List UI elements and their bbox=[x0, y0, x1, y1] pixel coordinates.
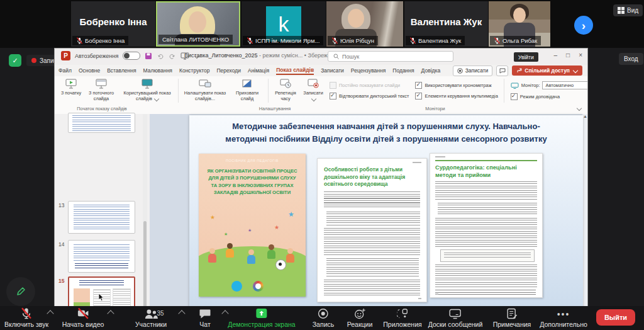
search-input[interactable]: Пошук bbox=[328, 51, 453, 62]
share-button[interactable]: Спільний доступ bbox=[512, 65, 582, 76]
mouse-cursor bbox=[98, 293, 105, 302]
participant-tile[interactable]: Валентина Жук Валентина Жук bbox=[404, 1, 488, 47]
current-slide[interactable]: Методичне забезпечення навчання дітей з … bbox=[189, 115, 583, 330]
participant-tile[interactable]: Бобренко Інна Бобренко Інна bbox=[71, 1, 155, 47]
autosave-toggle[interactable] bbox=[123, 52, 140, 60]
close-button[interactable]: × bbox=[579, 52, 582, 59]
participant-tile[interactable]: k ІСПП ім. Миколи Ярм... bbox=[242, 1, 326, 47]
save-icon[interactable] bbox=[145, 52, 152, 60]
ppt-titlebar: P Автозбереження Виставка_Литовченко_202… bbox=[55, 48, 587, 65]
thumbnail-scrollbar[interactable] bbox=[143, 114, 147, 330]
tab-animations[interactable]: Анімація bbox=[248, 67, 269, 74]
slide-thumbnail[interactable] bbox=[68, 201, 135, 234]
next-participants-button[interactable]: › bbox=[574, 16, 593, 35]
record-button[interactable]: Записати bbox=[453, 65, 493, 76]
reactions-button[interactable]: Реакции bbox=[347, 308, 373, 328]
notes-button[interactable]: Примечания bbox=[493, 308, 531, 328]
tab-draw[interactable]: Малювання bbox=[143, 67, 172, 74]
participants-options-chevron[interactable] bbox=[178, 310, 185, 317]
tab-help[interactable]: Довідка bbox=[421, 67, 441, 74]
apps-icon bbox=[397, 308, 408, 319]
office-signin-button[interactable]: Увійти bbox=[514, 52, 538, 62]
group-label: Початок показу слайдів bbox=[55, 106, 149, 111]
tab-record[interactable]: Записати bbox=[321, 67, 344, 74]
tab-transitions[interactable]: Переходи bbox=[216, 67, 241, 74]
leave-meeting-button[interactable]: Выйти bbox=[596, 309, 635, 326]
signin-button[interactable]: Вход bbox=[619, 53, 643, 65]
participant-tile-active-speaker[interactable]: Світлана ЛИТОВЧЕНКО bbox=[156, 1, 240, 47]
star-decor: ★ bbox=[248, 228, 252, 233]
rehearse-timings-button[interactable]: Репетиція часу bbox=[271, 77, 300, 104]
tab-view[interactable]: Подання bbox=[392, 67, 414, 74]
annotate-button[interactable] bbox=[6, 277, 35, 306]
video-options-chevron[interactable] bbox=[107, 310, 114, 317]
chat-button[interactable]: Чат bbox=[199, 308, 211, 328]
star-decor: ★ bbox=[224, 232, 228, 237]
mic-muted-icon bbox=[20, 307, 33, 319]
whiteboards-button[interactable]: Доски сообщений bbox=[428, 308, 483, 328]
tab-slideshow-active[interactable]: Показ слайдів bbox=[276, 67, 314, 75]
zoom-meeting-window: Бобренко Інна Бобренко Інна Світлана ЛИТ… bbox=[0, 0, 644, 330]
start-video-button[interactable]: Начать видео bbox=[62, 308, 104, 328]
unmute-button[interactable]: Включить звук bbox=[4, 308, 48, 328]
page-text bbox=[438, 203, 537, 215]
use-timings-checkbox[interactable]: Використовувати хронометраж bbox=[415, 82, 497, 89]
record-meeting-button[interactable]: Запись bbox=[313, 308, 334, 328]
share-screen-button[interactable]: Демонстрация экрана bbox=[228, 308, 295, 328]
from-beginning-button[interactable]: З початку bbox=[58, 77, 84, 104]
share-screen-icon bbox=[255, 308, 267, 319]
participant-name: Валентина Жук bbox=[404, 16, 488, 27]
page-header-mark bbox=[413, 162, 421, 163]
record-show-icon bbox=[308, 79, 319, 89]
minimize-button[interactable]: – bbox=[554, 52, 558, 59]
checkbox-checked-icon bbox=[511, 93, 518, 100]
page-heading: Сурдопедагогіка: спеціальні методи та пр… bbox=[435, 164, 537, 179]
participant-tile[interactable]: Юлія Рібцун bbox=[326, 1, 403, 47]
slide-thumbnail[interactable] bbox=[68, 240, 135, 273]
undo-icon[interactable] bbox=[157, 52, 164, 60]
slideshow-ribbon: З початку З поточного слайда Користуваць… bbox=[55, 76, 587, 115]
reactions-icon bbox=[354, 308, 366, 319]
tab-insert[interactable]: Вставлення bbox=[107, 67, 136, 74]
tab-home[interactable]: Основне bbox=[79, 67, 100, 74]
more-button[interactable]: ••• Дополнительно bbox=[540, 308, 587, 328]
presenter-view-checkbox[interactable]: Режим доповідача bbox=[511, 93, 588, 100]
group-separator bbox=[178, 79, 179, 103]
book-cover-image: ПОСІБНИК ДЛЯ ПЕДАГОГІВ ЯК ОРГАНІЗУВАТИ О… bbox=[199, 154, 306, 297]
restore-button[interactable]: □ bbox=[566, 52, 570, 59]
avatar-face bbox=[189, 11, 206, 33]
participant-label: Юлія Рібцун bbox=[328, 36, 378, 45]
window-controls: – □ × bbox=[554, 52, 582, 59]
slide-thumbnail[interactable] bbox=[68, 113, 135, 133]
redo-icon[interactable] bbox=[169, 52, 176, 60]
slide-number: 13 bbox=[58, 202, 64, 208]
view-button[interactable]: Вид bbox=[613, 4, 643, 16]
comments-button[interactable] bbox=[496, 65, 508, 76]
setup-slideshow-button[interactable]: Налаштувати показ слайдів... bbox=[181, 77, 229, 104]
media-controls-checkbox[interactable]: Елементи керування мультимедіа bbox=[415, 93, 497, 100]
comment-icon bbox=[499, 68, 506, 74]
share-arrow-icon bbox=[517, 68, 522, 73]
play-narrations-checkbox[interactable]: Відтворювати дикторський текст bbox=[330, 93, 409, 100]
tab-file[interactable]: Файл bbox=[58, 67, 72, 74]
participant-tile[interactable]: Ольга Рибак bbox=[489, 1, 550, 47]
meeting-info-shield-icon[interactable]: ✓ bbox=[9, 54, 21, 67]
pencil-icon bbox=[14, 285, 27, 298]
tab-review[interactable]: Рецензування bbox=[351, 67, 386, 74]
apps-button[interactable]: Приложения bbox=[383, 308, 421, 328]
slide-thumbnail-panel[interactable]: 13 14 15 16 bbox=[55, 114, 150, 330]
participants-count: 35 bbox=[157, 310, 164, 317]
from-current-slide-button[interactable]: З поточного слайда bbox=[84, 77, 119, 104]
autosave-label: Автозбереження bbox=[75, 53, 118, 59]
cover-title: ЯК ОРГАНІЗУВАТИ ОСВІТНІЙ ПРОЦЕС ДЛЯ ДІТЕ… bbox=[205, 168, 299, 196]
slide-scrollbar[interactable]: ▲ bbox=[582, 114, 588, 330]
ribbon-actions: Записати Спільний доступ bbox=[453, 65, 582, 76]
custom-slideshow-button[interactable]: Користувацький показ слайдів bbox=[119, 77, 175, 104]
unicef-logo bbox=[231, 281, 242, 292]
record-slideshow-button[interactable]: Записати bbox=[300, 77, 326, 104]
tab-design[interactable]: Конструктор bbox=[179, 67, 209, 74]
hide-slide-button[interactable]: Приховати слайд bbox=[229, 77, 265, 104]
monitor-dropdown[interactable]: Автоматично bbox=[542, 81, 588, 89]
keep-slides-updated-checkbox[interactable]: Постійно показувати слайди bbox=[330, 82, 409, 89]
participants-button[interactable]: 35 Участники bbox=[135, 308, 167, 328]
